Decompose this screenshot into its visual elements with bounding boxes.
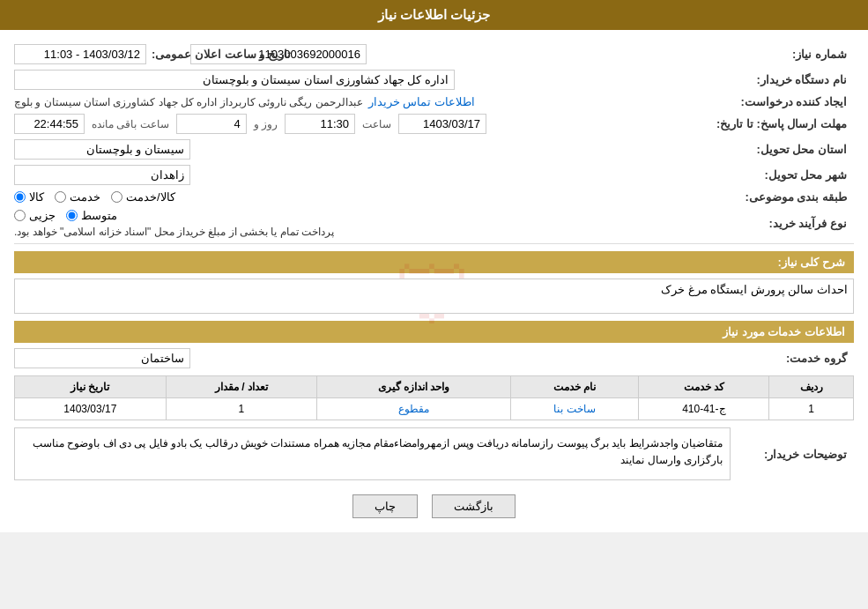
col-header-code: کد خدمت xyxy=(639,376,769,398)
cell-name: ساخت بنا xyxy=(510,398,639,420)
cell-unit: مقطوع xyxy=(317,398,511,420)
city-label: شهر محل تحویل: xyxy=(731,168,854,182)
deadline-remaining-input[interactable] xyxy=(14,114,85,134)
category-option-1-label: کالا xyxy=(29,190,44,204)
buyer-desc-text: متقاضیان واجدشرایط باید برگ پیوست رازسام… xyxy=(33,437,723,466)
process-option-1-label: جزیی xyxy=(29,209,56,222)
cell-row-num: 1 xyxy=(769,398,854,420)
service-group-value-cell xyxy=(14,348,731,368)
creator-row: ایجاد کننده درخواست: اطلاعات تماس خریدار… xyxy=(14,95,854,108)
need-number-label: شماره نیاز: xyxy=(731,48,854,61)
process-row: نوع فرآیند خرید: متوسط جزیی پرداخت تمام … xyxy=(14,209,854,238)
cell-date: 1403/03/17 xyxy=(15,398,167,420)
service-group-input[interactable] xyxy=(14,348,190,368)
deadline-remaining-label: ساعت باقی مانده xyxy=(92,118,169,130)
deadline-date-input[interactable] xyxy=(398,114,486,134)
buyer-desc-label: توضیحات خریدار: xyxy=(731,448,854,461)
deadline-label: مهلت ارسال پاسخ: تا تاریخ: xyxy=(716,117,854,130)
buttons-row: بازگشت چاپ xyxy=(14,494,854,518)
deadline-day-label: روز و xyxy=(254,118,278,130)
category-radio-2[interactable] xyxy=(55,191,66,203)
process-radio-group: متوسط جزیی xyxy=(14,209,117,222)
col-header-date: تاریخ نیاز xyxy=(15,376,167,398)
service-group-label: گروه خدمت: xyxy=(731,352,854,365)
table-row: 1 ج-41-410 ساخت بنا مقطوع 1 1403/03/17 xyxy=(15,398,854,420)
announcement-input[interactable] xyxy=(14,44,146,64)
contact-link[interactable]: اطلاعات تماس خریدار xyxy=(368,95,475,108)
buyer-desc-value-cell: متقاضیان واجدشرایط باید برگ پیوست رازسام… xyxy=(14,427,731,480)
creator-label: ایجاد کننده درخواست: xyxy=(731,95,854,108)
col-header-row-num: ردیف xyxy=(769,376,854,398)
category-radio-3[interactable] xyxy=(111,191,122,203)
category-label: طبقه بندی موضوعی: xyxy=(731,190,854,204)
print-button[interactable]: چاپ xyxy=(352,494,418,518)
buyer-value-cell xyxy=(14,70,731,90)
process-option-1: جزیی xyxy=(14,209,56,222)
city-row: شهر محل تحویل: xyxy=(14,165,854,185)
process-value-cell: متوسط جزیی پرداخت تمام یا بخشی از مبلغ خ… xyxy=(14,209,731,238)
category-radio-1[interactable] xyxy=(14,191,26,203)
description-wrapper: 🛡 xyxy=(14,279,854,314)
province-row: استان محل تحویل: xyxy=(14,139,854,160)
deadline-row: مهلت ارسال پاسخ: تا تاریخ: ساعت روز و سا… xyxy=(14,114,854,134)
category-row: طبقه بندی موضوعی: کالا/خدمت خدمت کالا xyxy=(14,190,854,204)
city-input[interactable] xyxy=(14,165,190,185)
page-title: جزئیات اطلاعات نیاز xyxy=(378,7,490,22)
col-header-unit: واحد اندازه گیری xyxy=(317,376,511,398)
process-note: پرداخت تمام یا بخشی از مبلغ خریداز محل "… xyxy=(14,226,334,238)
services-tbody: 1 ج-41-410 ساخت بنا مقطوع 1 1403/03/17 xyxy=(15,398,854,420)
process-label: نوع فرآیند خرید: xyxy=(731,217,854,230)
buyer-input[interactable] xyxy=(14,70,455,90)
deadline-time-input[interactable] xyxy=(285,114,355,134)
table-header-row: ردیف کد خدمت نام خدمت واحد اندازه گیری ت… xyxy=(15,376,854,398)
category-option-3: کالا/خدمت xyxy=(111,190,175,204)
deadline-value-cell: ساعت روز و ساعت باقی مانده xyxy=(14,114,716,134)
description-textarea[interactable] xyxy=(14,279,854,314)
col-header-name: نام خدمت xyxy=(510,376,639,398)
category-option-1: کالا xyxy=(14,190,44,204)
description-value-cell xyxy=(14,279,854,314)
buyer-desc-row: توضیحات خریدار: متقاضیان واجدشرایط باید … xyxy=(14,427,854,480)
back-button[interactable]: بازگشت xyxy=(432,494,516,518)
announcement-label: تاریخ و ساعت اعلان عمومی: xyxy=(152,48,298,61)
province-value-cell xyxy=(14,139,731,160)
cell-qty: 1 xyxy=(166,398,317,420)
province-label: استان محل تحویل: xyxy=(731,143,854,156)
col-header-qty: تعداد / مقدار xyxy=(166,376,317,398)
process-option-2-label: متوسط xyxy=(81,209,117,222)
category-option-2-label: خدمت xyxy=(70,190,100,204)
category-option-3-label: کالا/خدمت xyxy=(126,190,175,204)
city-value-cell xyxy=(14,165,731,185)
need-number-row: شماره نیاز: تاریخ و ساعت اعلان عمومی: xyxy=(14,44,854,64)
process-option-2: متوسط xyxy=(66,209,117,222)
creator-value-cell: اطلاعات تماس خریدار عبدالرحمن ریگی ناروئ… xyxy=(14,95,731,108)
buyer-row: نام دستگاه خریدار: xyxy=(14,70,854,90)
cell-code: ج-41-410 xyxy=(639,398,769,420)
process-radio-2[interactable] xyxy=(66,210,78,221)
description-section-header: شرح کلی نیاز: xyxy=(14,251,854,273)
services-section-header: اطلاعات خدمات مورد نیاز xyxy=(14,321,854,343)
service-group-row: گروه خدمت: xyxy=(14,348,854,368)
category-option-2: خدمت xyxy=(55,190,100,204)
creator-text: عبدالرحمن ریگی ناروئی کاربرداز اداره کل … xyxy=(14,96,363,108)
buyer-desc-box: متقاضیان واجدشرایط باید برگ پیوست رازسام… xyxy=(14,427,731,480)
description-row xyxy=(14,279,854,314)
services-table: ردیف کد خدمت نام خدمت واحد اندازه گیری ت… xyxy=(14,375,854,420)
process-radio-1[interactable] xyxy=(14,210,26,221)
category-radio-group: کالا/خدمت خدمت کالا xyxy=(14,190,731,204)
deadline-time-label: ساعت xyxy=(362,118,391,130)
page-header: جزئیات اطلاعات نیاز xyxy=(0,0,868,30)
deadline-days-input[interactable] xyxy=(176,114,247,134)
buyer-label: نام دستگاه خریدار: xyxy=(731,73,854,86)
province-input[interactable] xyxy=(14,139,190,160)
